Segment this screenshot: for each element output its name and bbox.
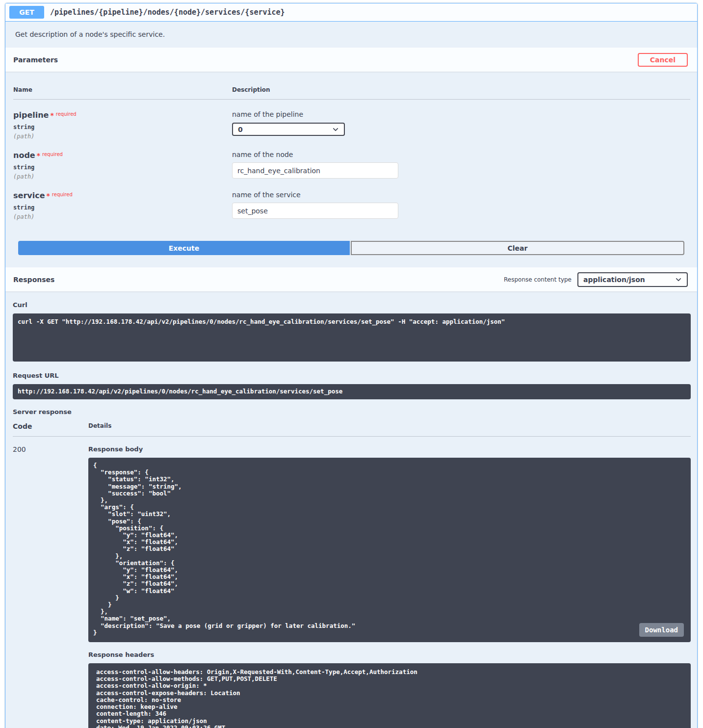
- chevron-down-icon: [675, 276, 682, 283]
- pipeline-select-value: 0: [238, 126, 243, 133]
- response-details-cell: Response body { "response": { "status": …: [88, 445, 691, 728]
- cancel-button[interactable]: Cancel: [638, 53, 688, 67]
- request-url-text: http://192.168.178.42/api/v2/pipelines/0…: [18, 388, 342, 395]
- server-response-row: 200 Response body { "response": { "statu…: [13, 437, 691, 728]
- parameter-name: service: [13, 191, 45, 200]
- responses-header: Responses Response content type applicat…: [5, 267, 697, 291]
- parameter-location: (path): [13, 213, 232, 220]
- parameter-type: string: [13, 164, 232, 171]
- response-content-type-group: Response content type application/json: [504, 272, 688, 287]
- parameters-table: Name Description pipeline*required strin…: [5, 72, 697, 241]
- parameter-value-cell: name of the node: [232, 151, 690, 180]
- column-header-description: Description: [232, 86, 690, 93]
- response-content-type-label: Response content type: [504, 276, 572, 283]
- parameter-meta: service*required string (path): [13, 191, 232, 220]
- request-url-block: http://192.168.178.42/api/v2/pipelines/0…: [13, 384, 691, 399]
- server-response-label: Server response: [13, 408, 691, 416]
- operation-summary[interactable]: GET /pipelines/{pipeline}/nodes/{node}/s…: [5, 3, 697, 22]
- parameters-title: Parameters: [13, 56, 58, 64]
- response-content-type-select[interactable]: application/json: [577, 272, 688, 287]
- execute-row: Execute Clear: [5, 241, 697, 267]
- required-asterisk: *: [37, 152, 40, 159]
- parameter-description: name of the node: [232, 151, 690, 158]
- parameter-location: (path): [13, 173, 232, 180]
- required-label: required: [56, 111, 77, 117]
- download-button[interactable]: Download: [639, 623, 684, 637]
- curl-label: Curl: [13, 301, 691, 309]
- response-headers-block: access-control-allow-headers: Origin,X-R…: [88, 663, 691, 728]
- server-response-column-headers: Code Details: [13, 422, 691, 437]
- parameter-row-pipeline: pipeline*required string (path) name of …: [13, 100, 690, 140]
- response-body-json: { "response": { "status": "int32", "mess…: [93, 462, 686, 636]
- column-header-name: Name: [13, 86, 232, 93]
- required-asterisk: *: [50, 111, 53, 119]
- required-label: required: [42, 152, 63, 157]
- parameter-meta: node*required string (path): [13, 151, 232, 180]
- column-header-code: Code: [13, 422, 88, 430]
- required-label: required: [52, 192, 73, 197]
- responses-body: Curl curl -X GET "http://192.168.178.42/…: [5, 291, 697, 728]
- column-header-details: Details: [88, 422, 691, 430]
- status-code: 200: [13, 445, 88, 728]
- request-url-label: Request URL: [13, 372, 691, 379]
- http-method-badge: GET: [9, 6, 44, 19]
- parameters-column-headers: Name Description: [13, 86, 690, 100]
- required-asterisk: *: [47, 192, 50, 200]
- chevron-down-icon: [332, 126, 339, 133]
- responses-title: Responses: [13, 276, 54, 284]
- response-headers-text: access-control-allow-headers: Origin,X-R…: [96, 669, 686, 728]
- parameter-type: string: [13, 124, 232, 130]
- endpoint-path: /pipelines/{pipeline}/nodes/{node}/servi…: [50, 8, 285, 17]
- parameter-description: name of the service: [232, 191, 690, 199]
- parameter-location: (path): [13, 133, 232, 140]
- service-input[interactable]: [232, 203, 398, 219]
- response-content-type-value: application/json: [583, 276, 645, 284]
- clear-button[interactable]: Clear: [351, 241, 684, 255]
- node-input[interactable]: [232, 162, 398, 179]
- parameter-name: pipeline: [13, 110, 49, 120]
- parameter-meta: pipeline*required string (path): [13, 110, 232, 140]
- parameter-value-cell: name of the pipeline 0: [232, 110, 690, 140]
- curl-command-block[interactable]: curl -X GET "http://192.168.178.42/api/v…: [13, 313, 691, 362]
- operation-block-get-service: GET /pipelines/{pipeline}/nodes/{node}/s…: [5, 3, 698, 728]
- execute-button[interactable]: Execute: [18, 241, 350, 255]
- parameter-type: string: [13, 204, 232, 211]
- curl-command-text: curl -X GET "http://192.168.178.42/api/v…: [18, 318, 686, 325]
- parameters-header: Parameters Cancel: [5, 48, 697, 72]
- parameter-row-node: node*required string (path) name of the …: [13, 140, 690, 180]
- parameter-value-cell: name of the service: [232, 191, 690, 220]
- response-body-block: { "response": { "status": "int32", "mess…: [88, 458, 691, 642]
- parameter-row-service: service*required string (path) name of t…: [13, 180, 690, 220]
- parameter-name: node: [13, 151, 35, 160]
- response-body-label: Response body: [88, 445, 691, 453]
- pipeline-select[interactable]: 0: [232, 123, 345, 136]
- parameter-description: name of the pipeline: [232, 110, 690, 118]
- operation-description: Get description of a node's specific ser…: [5, 22, 697, 48]
- response-headers-label: Response headers: [88, 651, 691, 658]
